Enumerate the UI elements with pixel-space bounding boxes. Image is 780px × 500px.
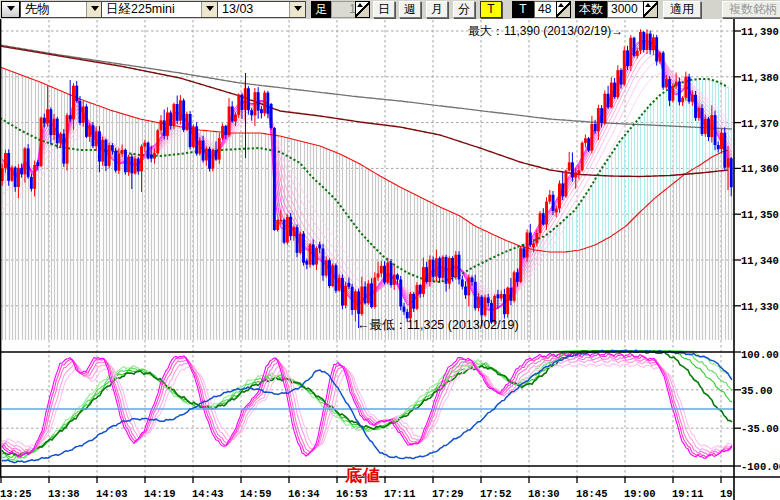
svg-text:底値: 底値 <box>344 466 381 485</box>
svg-text:11,360: 11,360 <box>741 163 779 175</box>
svg-text:35.00: 35.00 <box>741 385 773 397</box>
svg-text:100.00: 100.00 <box>741 349 779 361</box>
svg-text:13:25: 13:25 <box>0 488 32 500</box>
svg-text:19: 19 <box>720 488 733 500</box>
svg-text:最大：11,390 (2013/02/19)→: 最大：11,390 (2013/02/19)→ <box>468 24 623 38</box>
svg-text:18:45: 18:45 <box>576 488 608 500</box>
svg-text:11,350: 11,350 <box>741 209 779 221</box>
svg-text:18:30: 18:30 <box>528 488 560 500</box>
svg-text:11,340: 11,340 <box>741 255 779 267</box>
svg-text:17:11: 17:11 <box>384 488 416 500</box>
svg-text:17:29: 17:29 <box>432 488 464 500</box>
svg-text:13:38: 13:38 <box>48 488 80 500</box>
svg-text:14:59: 14:59 <box>240 488 272 500</box>
svg-text:16:34: 16:34 <box>288 488 320 500</box>
svg-text:17:52: 17:52 <box>480 488 512 500</box>
svg-text:-35.00: -35.00 <box>741 423 779 435</box>
svg-text:16:53: 16:53 <box>336 488 368 500</box>
svg-text:14:43: 14:43 <box>192 488 224 500</box>
svg-text:←最低：11,325 (2013/02/19): ←最低：11,325 (2013/02/19) <box>357 318 519 332</box>
svg-text:11,330: 11,330 <box>741 301 779 313</box>
svg-text:11,380: 11,380 <box>741 72 779 84</box>
svg-text:14:19: 14:19 <box>144 488 176 500</box>
svg-text:11,390: 11,390 <box>741 26 779 38</box>
svg-text:11,370: 11,370 <box>741 118 779 130</box>
svg-text:14:03: 14:03 <box>96 488 128 500</box>
svg-text:19:11: 19:11 <box>672 488 704 500</box>
svg-text:-100.00: -100.00 <box>741 461 780 473</box>
svg-text:19:00: 19:00 <box>624 488 656 500</box>
